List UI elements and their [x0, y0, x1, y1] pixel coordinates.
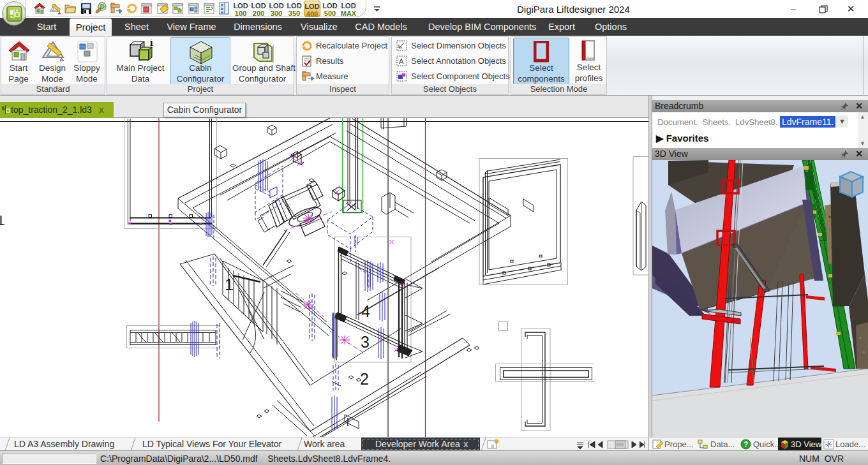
svg-text:2: 2 — [360, 370, 369, 388]
svg-text:?: ? — [744, 440, 748, 449]
svg-text:i: i — [150, 40, 153, 48]
svg-text:1: 1 — [225, 276, 234, 293]
svg-text:4: 4 — [361, 302, 370, 320]
svg-text:3: 3 — [361, 333, 370, 351]
svg-text:A: A — [399, 57, 404, 65]
